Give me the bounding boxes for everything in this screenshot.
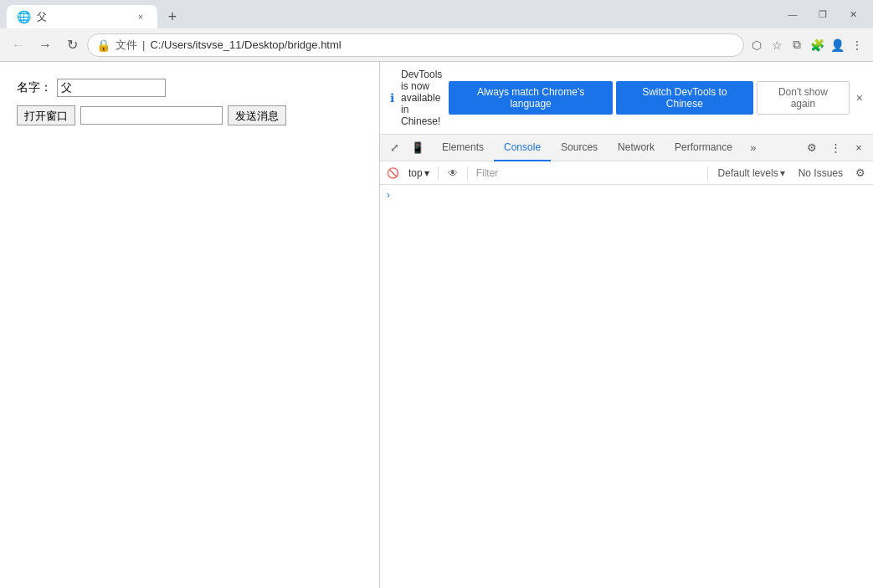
tab-elements[interactable]: Elements	[432, 135, 494, 161]
tab-favicon: 🌐	[17, 10, 30, 23]
devtools-tabs: ⤢ 📱 Elements Console Sources Network Per…	[380, 135, 873, 161]
devtools-tab-left-buttons: ⤢ 📱	[383, 137, 429, 159]
browser-window: 🌐 父 × + — ❐ ✕ ← → ↻ 🔒 文件 | C:/Users/itsv…	[0, 0, 873, 588]
toolbar-separator-3	[707, 166, 708, 180]
refresh-button[interactable]: ↻	[60, 33, 84, 57]
context-dropdown-icon: ▾	[424, 167, 429, 179]
new-tab-button[interactable]: +	[161, 5, 184, 28]
default-levels-icon: ▾	[780, 167, 785, 179]
tab-title: 父	[37, 10, 127, 24]
window-controls: — ❐ ✕	[779, 5, 866, 23]
back-button[interactable]: ←	[7, 33, 30, 57]
devtools-close-button[interactable]: ×	[848, 137, 870, 159]
page-content: 名字： 打开窗口 发送消息	[0, 62, 379, 588]
default-levels-selector[interactable]: Default levels ▾	[713, 166, 790, 181]
clear-console-button[interactable]: 🚫	[383, 164, 402, 182]
open-window-button[interactable]: 打开窗口	[17, 105, 75, 125]
console-toolbar: 🚫 top ▾ 👁 Default levels ▾ No Issues ⚙	[380, 161, 873, 185]
name-label: 名字：	[17, 80, 52, 95]
send-message-button[interactable]: 发送消息	[228, 105, 286, 125]
toolbar-separator-2	[467, 166, 468, 180]
name-row: 名字：	[17, 79, 362, 97]
context-label: top	[408, 167, 423, 179]
message-row: 打开窗口 发送消息	[17, 105, 362, 125]
devtools-panel: ℹ DevTools is now available in Chinese! …	[379, 62, 873, 588]
tab-performance[interactable]: Performance	[665, 135, 742, 161]
cast-icon[interactable]: ⬡	[747, 36, 766, 54]
secure-icon: 🔒	[96, 38, 110, 52]
profile-button[interactable]: 👤	[828, 36, 846, 54]
console-filter-input[interactable]	[473, 164, 702, 182]
context-selector[interactable]: top ▾	[405, 166, 433, 181]
eye-button[interactable]: 👁	[444, 164, 462, 182]
devtools-more-options-button[interactable]: ⋮	[824, 137, 846, 159]
navigation-bar: ← → ↻ 🔒 文件 | C:/Users/itsvse_11/Desktop/…	[0, 28, 873, 62]
notification-text: DevTools is now available in Chinese!	[401, 69, 442, 127]
address-label: 文件	[116, 38, 137, 53]
console-content: ›	[380, 185, 873, 588]
tab-network[interactable]: Network	[608, 135, 665, 161]
split-icon[interactable]: ⧉	[788, 36, 806, 54]
browser-tab[interactable]: 🌐 父 ×	[7, 5, 157, 28]
console-settings-button[interactable]: ⚙	[851, 164, 870, 182]
devtools-tab-right-buttons: ⚙ ⋮ ×	[801, 137, 870, 159]
name-input[interactable]	[57, 79, 166, 97]
forward-button[interactable]: →	[33, 33, 57, 57]
inspect-element-button[interactable]: ⤢	[383, 137, 405, 159]
dismiss-button[interactable]: Don't show again	[757, 81, 850, 115]
bookmark-button[interactable]: ☆	[768, 36, 786, 54]
page-form: 名字： 打开窗口 发送消息	[17, 79, 362, 125]
notification-info-icon: ℹ	[390, 91, 394, 105]
tab-bar: 🌐 父 × +	[7, 0, 769, 28]
toolbar-separator	[438, 166, 439, 180]
maximize-button[interactable]: ❐	[809, 5, 836, 23]
main-area: 名字： 打开窗口 发送消息 ℹ DevTools is now availabl…	[0, 62, 873, 588]
nav-extras: ⬡ ☆ ⧉ 🧩 👤 ⋮	[747, 36, 866, 54]
device-toolbar-button[interactable]: 📱	[407, 137, 429, 159]
no-issues-badge: No Issues	[793, 166, 848, 181]
notification-buttons: Always match Chrome's language Switch De…	[449, 81, 849, 115]
message-input[interactable]	[80, 106, 223, 125]
tab-console[interactable]: Console	[494, 135, 551, 161]
title-bar: 🌐 父 × + — ❐ ✕	[0, 0, 873, 28]
default-levels-label: Default levels	[718, 167, 778, 179]
devtools-settings-button[interactable]: ⚙	[801, 137, 823, 159]
close-button[interactable]: ✕	[840, 5, 866, 23]
match-language-button[interactable]: Always match Chrome's language	[449, 81, 612, 115]
more-tabs-button[interactable]: »	[742, 137, 764, 159]
address-bar[interactable]: 🔒 文件 | C:/Users/itsvse_11/Desktop/bridge…	[87, 33, 744, 57]
minimize-button[interactable]: —	[779, 5, 806, 23]
address-url: C:/Users/itsvse_11/Desktop/bridge.html	[150, 38, 735, 51]
console-prompt-arrow[interactable]: ›	[380, 187, 397, 202]
tab-sources[interactable]: Sources	[551, 135, 608, 161]
notification-close-icon[interactable]: ×	[856, 91, 863, 105]
devtools-notification: ℹ DevTools is now available in Chinese! …	[380, 62, 873, 135]
menu-button[interactable]: ⋮	[848, 36, 866, 54]
tab-close-button[interactable]: ×	[134, 10, 147, 23]
extensions-button[interactable]: 🧩	[808, 36, 826, 54]
switch-devtools-button[interactable]: Switch DevTools to Chinese	[616, 81, 753, 115]
